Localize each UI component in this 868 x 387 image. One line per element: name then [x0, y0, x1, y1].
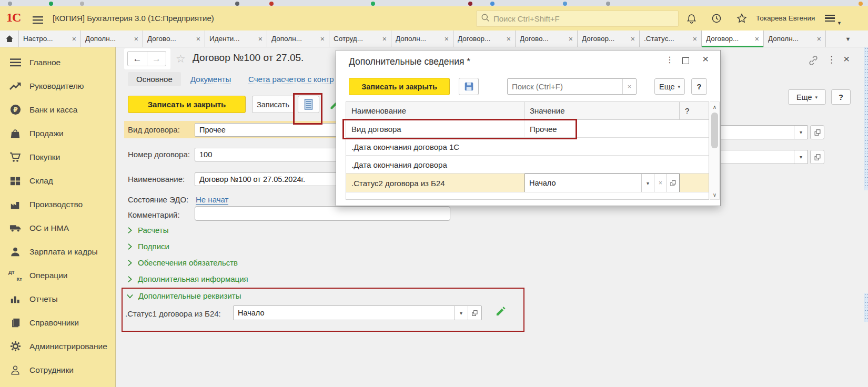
edo-status-link[interactable]: Не начат: [196, 195, 228, 205]
column-header-name[interactable]: Наименование: [346, 102, 524, 120]
section-podpisi[interactable]: Подписи: [126, 242, 169, 251]
modal-kebab-icon[interactable]: ⋮: [665, 55, 674, 65]
docked-panel-strip[interactable]: [864, 47, 868, 190]
sidebar-item-sklad[interactable]: Склад: [0, 169, 115, 192]
close-icon[interactable]: ×: [567, 35, 573, 43]
close-icon[interactable]: ×: [753, 35, 759, 43]
status1-edit-pencil-icon[interactable]: [495, 305, 506, 318]
sidebar-item-partial[interactable]: [0, 382, 115, 387]
modal-save-close-button[interactable]: Записать и закрыть: [349, 78, 450, 95]
sidebar-item-os-nma[interactable]: ОС и НМА: [0, 216, 115, 240]
notifications-bell-icon[interactable]: [684, 11, 699, 26]
sidebar-item-zarplata[interactable]: Зарплата и кадры: [0, 240, 115, 263]
sidebar-item-prodazhi[interactable]: Продажи: [0, 121, 115, 145]
panel-close-icon[interactable]: ×: [843, 53, 850, 65]
sidebar-item-otchety[interactable]: Отчеты: [0, 287, 115, 311]
save-close-button[interactable]: Записать и закрыть: [128, 96, 246, 113]
panel-help-button[interactable]: ?: [831, 89, 851, 105]
close-icon[interactable]: ×: [442, 35, 449, 43]
form-nav-accounts[interactable]: Счета расчетов с контр: [248, 75, 334, 84]
get-link-icon[interactable]: [808, 55, 819, 68]
tab-status[interactable]: .Статус...×: [640, 30, 702, 47]
sidebar-item-sotrudniki[interactable]: Сотрудники: [0, 358, 115, 382]
section-raschety[interactable]: Расчеты: [126, 226, 169, 235]
close-icon[interactable]: ×: [70, 35, 76, 43]
open-value-button[interactable]: [810, 150, 824, 164]
table-row-cell-name[interactable]: Вид договора: [346, 120, 524, 138]
close-icon[interactable]: ×: [815, 35, 821, 43]
table-row-cell-value[interactable]: Прочее: [524, 120, 680, 138]
tab-home[interactable]: [0, 30, 19, 47]
table-row-cell-help[interactable]: [680, 174, 709, 192]
scroll-down-icon[interactable]: ∨: [710, 190, 719, 199]
sidebar-item-rukovoditelyu[interactable]: Руководителю: [0, 74, 115, 98]
close-icon[interactable]: ×: [194, 35, 200, 43]
favorites-star-icon[interactable]: [734, 11, 749, 26]
scrollbar-thumb[interactable]: [711, 113, 718, 148]
close-icon[interactable]: ×: [629, 35, 635, 43]
sidebar-item-operacii[interactable]: Дт Кт Операции: [0, 263, 115, 287]
column-header-help[interactable]: ?: [680, 102, 709, 120]
modal-search-input[interactable]: [508, 82, 622, 91]
tab-dogovor-1[interactable]: Договор...×: [453, 30, 516, 47]
table-row-cell-name[interactable]: .Дата окончания договора 1С: [346, 138, 680, 156]
column-header-value[interactable]: Значение: [524, 102, 680, 120]
forward-button[interactable]: →: [147, 52, 166, 66]
form-nav-documents[interactable]: Документы: [190, 75, 231, 84]
close-icon[interactable]: ×: [380, 35, 387, 43]
modal-maximize-icon[interactable]: [682, 57, 689, 64]
dropdown-icon[interactable]: ▾: [641, 174, 654, 192]
tab-dogovor-active[interactable]: Договор...×: [702, 30, 764, 47]
close-icon[interactable]: ×: [504, 35, 511, 43]
table-row-cell-name[interactable]: .Статус2 договора из Б24: [346, 174, 524, 192]
modal-save-button[interactable]: [459, 78, 479, 95]
tab-dopoln-3[interactable]: Дополн...×: [391, 30, 453, 47]
tab-sotrud[interactable]: Сотруд...×: [329, 30, 391, 47]
panel-more-button[interactable]: Еще ▾: [788, 89, 826, 105]
tab-dogovo-1[interactable]: Догово...×: [143, 30, 205, 47]
save-button[interactable]: Записать: [252, 96, 294, 113]
section-dop-info[interactable]: Дополнительная информация: [126, 274, 248, 283]
tab-dogovo-2[interactable]: Догово...×: [516, 30, 578, 47]
open-value-icon[interactable]: [468, 306, 481, 320]
table-row-cell-name[interactable]: .Дата окончания договора: [346, 156, 680, 174]
tab-nastro[interactable]: Настро...×: [19, 30, 81, 47]
search-input[interactable]: [493, 14, 674, 23]
main-menu-icon[interactable]: [31, 13, 45, 27]
close-icon[interactable]: ×: [132, 35, 138, 43]
section-dop-rekvizity[interactable]: Дополнительные реквизиты: [126, 291, 241, 300]
open-value-button[interactable]: [810, 125, 824, 139]
tab-dopoln-4[interactable]: Дополн...×: [764, 30, 826, 47]
modal-close-icon[interactable]: ×: [702, 53, 709, 65]
favorite-star-icon[interactable]: ☆: [176, 53, 186, 65]
sidebar-item-spravochniki[interactable]: Справочники: [0, 311, 115, 334]
comment-input[interactable]: [195, 206, 450, 221]
clear-value-icon[interactable]: ×: [654, 174, 667, 192]
sidebar-item-bank-kassa[interactable]: ₽ Банк и касса: [0, 98, 115, 121]
tab-identi[interactable]: Иденти...×: [205, 30, 267, 47]
modal-search-field[interactable]: ×: [507, 78, 637, 95]
history-icon[interactable]: [709, 11, 724, 26]
table-row-value-editor[interactable]: Начало ▾ ×: [524, 174, 680, 192]
back-button[interactable]: ←: [128, 52, 147, 66]
kebab-menu-icon[interactable]: ⋮: [827, 54, 836, 65]
sidebar-item-glavnoe[interactable]: Главное: [0, 50, 115, 74]
status1-input[interactable]: Начало ▾: [233, 305, 482, 320]
dropdown-icon[interactable]: ▾: [794, 126, 808, 139]
docked-panel-strip[interactable]: [864, 293, 868, 322]
dropdown-icon[interactable]: ▾: [794, 150, 808, 164]
open-value-icon[interactable]: [667, 174, 679, 192]
sidebar-item-administrirovanie[interactable]: Администрирование: [0, 334, 115, 358]
dropdown-icon[interactable]: ▾: [454, 306, 468, 320]
1c-logo-icon[interactable]: 1С: [6, 11, 21, 25]
global-search[interactable]: [476, 11, 679, 27]
sidebar-item-proizvodstvo[interactable]: Производство: [0, 192, 115, 216]
close-icon[interactable]: ×: [691, 35, 697, 43]
modal-table-scrollbar[interactable]: ∧ ∨: [710, 101, 720, 200]
close-icon[interactable]: ×: [256, 35, 263, 43]
close-icon[interactable]: ×: [318, 35, 325, 43]
tab-overflow-button[interactable]: ▼: [837, 30, 859, 47]
modal-help-button[interactable]: ?: [691, 78, 707, 95]
service-menu-icon[interactable]: ▼: [825, 13, 841, 25]
tab-dopoln-2[interactable]: Дополн...×: [267, 30, 329, 47]
